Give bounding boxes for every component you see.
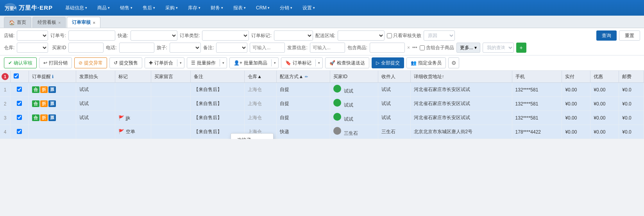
dropdown-item-change-express[interactable]: 改快递 — [231, 134, 273, 139]
warehouse-1: 上海仓 — [245, 83, 277, 97]
avatar-4 — [333, 127, 341, 135]
postage-2: ¥0.0 — [619, 97, 644, 111]
submit-all-btn[interactable]: ▷ 全部提交 — [372, 57, 404, 68]
row-num: 1 — [0, 83, 11, 97]
badge-he-1: 合 — [32, 86, 39, 93]
header-mark: 标记 — [115, 71, 151, 83]
nav-finance[interactable]: 财务▾ — [206, 2, 228, 14]
nav-purchase[interactable]: 采购▾ — [161, 2, 182, 14]
order-no-input[interactable] — [68, 30, 115, 41]
bulk-operation-split-btn[interactable]: ☰ 批量操作 ▾ — [187, 57, 227, 68]
buyer-id-label: 买家ID — [52, 45, 66, 51]
buyer-msg-2 — [151, 97, 191, 111]
order-discount-arrow[interactable]: ▾ — [177, 59, 184, 66]
submit-presale-btn[interactable]: ↺ 提交预售 — [109, 57, 142, 68]
shop-select[interactable] — [17, 30, 48, 41]
submit-exception-btn[interactable]: ⊘ 提交异常 — [74, 57, 107, 68]
invoice-input[interactable] — [310, 43, 345, 53]
row-checkbox-4[interactable] — [17, 129, 22, 134]
order-mark-split-btn[interactable]: 🔖 订单标记 ▾ — [281, 57, 323, 68]
buyer-msg-3 — [151, 111, 191, 125]
phone-4: 178****4422 — [512, 125, 562, 139]
nav-crm[interactable]: CRM▾ — [251, 3, 274, 13]
row-checkbox-2[interactable] — [17, 101, 22, 106]
mark-1 — [115, 83, 151, 97]
header-invoice-title: 发票抬头 — [76, 71, 115, 83]
buyer-id-input[interactable] — [68, 43, 104, 53]
bulk-add-goods-split-btn[interactable]: 👤+ 批量加商品 ▾ — [229, 57, 279, 68]
nav-menu: 基础信息▾ 商品▾ 销售▾ 售后▾ 采购▾ 库存▾ 财务▾ 报表▾ CRM▾ 分… — [61, 2, 640, 14]
invoice-2: 试试 — [76, 97, 115, 111]
confirm-review-btn[interactable]: ✔ 确认审核 — [4, 57, 37, 68]
row-num: 3 — [0, 111, 11, 125]
header-buyer-msg: 买家留言 — [151, 71, 191, 83]
tab-dashboard[interactable]: 经营看板 × — [32, 17, 66, 28]
tab-order-review-close[interactable]: × — [93, 20, 95, 25]
tab-dashboard-close[interactable]: × — [58, 20, 61, 25]
express-select[interactable] — [131, 30, 177, 41]
header-checkbox — [11, 71, 29, 83]
query-button[interactable]: 查询 — [596, 30, 617, 41]
address-3: 河北省石家庄市长安区试试 — [410, 111, 512, 125]
badge-piao-1: 票 — [48, 86, 56, 93]
header-phone: 手机 — [512, 71, 562, 83]
only-fail-checkbox-label[interactable]: 只看审核失败 — [387, 32, 421, 39]
row-num: 4 — [0, 125, 11, 139]
nav-base-info[interactable]: 基础信息▾ — [61, 2, 92, 14]
more-filter-btn[interactable]: 更多... ▾ — [456, 43, 480, 53]
select-all-checkbox[interactable] — [14, 73, 19, 79]
include-combo-checkbox[interactable] — [420, 45, 425, 50]
nav-report[interactable]: 报表▾ — [229, 2, 250, 14]
discount-4: ¥0.00 — [590, 125, 619, 139]
header-order-reminder: 订单提醒 ℹ — [29, 71, 76, 83]
include-goods-input[interactable] — [370, 43, 405, 53]
nav-goods[interactable]: 商品▾ — [93, 2, 114, 14]
order-type-label: 订单类型: — [180, 32, 200, 39]
buyer-id-2: 试试 — [330, 97, 378, 111]
add-query-btn[interactable]: + — [516, 43, 526, 53]
include-goods-clear[interactable]: × — [407, 45, 410, 50]
tab-order-review[interactable]: 订单审核 × — [67, 17, 100, 28]
delivery-2: 自提 — [277, 97, 330, 111]
order-mark-arrow[interactable]: ▾ — [315, 59, 322, 66]
nav-aftersale[interactable]: 售后▾ — [138, 2, 160, 14]
delivery-area-select[interactable] — [338, 30, 385, 41]
table-row: 3 合 折 票 试试 🚩 jjk 【来自售后】 上海仓 自提 — [0, 111, 644, 125]
warehouse-select[interactable] — [17, 43, 48, 53]
badge-container-2: 合 折 票 — [32, 100, 73, 107]
flag-select[interactable] — [170, 43, 201, 53]
tab-home[interactable]: 🏠 首页 — [4, 17, 31, 28]
nav-distribution[interactable]: 分销▾ — [275, 2, 297, 14]
bulk-operation-arrow[interactable]: ▾ — [220, 59, 227, 66]
note-input[interactable] — [250, 43, 285, 53]
order-type-select[interactable] — [202, 30, 249, 41]
check-express-btn[interactable]: 🚀 检查快递送达 — [325, 57, 369, 68]
invoice-4 — [76, 125, 115, 139]
header-buyer-id: 买家ID — [330, 71, 378, 83]
row-checkbox-1[interactable] — [17, 87, 22, 92]
include-combo-label[interactable]: 含组合子商品 — [420, 45, 454, 51]
fail-filter-select[interactable]: 原因 — [424, 30, 455, 41]
only-fail-checkbox[interactable] — [387, 33, 392, 38]
header-delivery: 配送方式▲ ✏ — [277, 71, 330, 83]
note-type-select[interactable] — [216, 43, 247, 53]
bulk-add-arrow[interactable]: ▾ — [271, 59, 278, 66]
my-query-select[interactable]: 我的查询 — [483, 43, 514, 53]
reset-button[interactable]: 重置 — [619, 30, 640, 41]
order-mark-label: 订单标记: — [251, 32, 271, 39]
split-btn[interactable]: ↩ 打回分销 — [39, 57, 72, 68]
discount-1: ¥0.00 — [590, 83, 619, 97]
nav-settings[interactable]: 设置▾ — [298, 2, 320, 14]
settings-gear-btn[interactable]: ⚙ — [448, 57, 459, 68]
delivery-4: 快递 — [277, 125, 330, 139]
assign-staff-btn[interactable]: 👥 指定业务员 — [406, 57, 446, 68]
nav-inventory[interactable]: 库存▾ — [183, 2, 205, 14]
phone-input[interactable] — [119, 43, 154, 53]
nav-sales[interactable]: 销售▾ — [115, 2, 137, 14]
order-discount-split-btn[interactable]: ✚ 订单折合 ▾ — [145, 57, 184, 68]
discount-2: ¥0.00 — [590, 97, 619, 111]
row-checkbox-3[interactable] — [17, 115, 22, 120]
order-mark-select[interactable] — [274, 30, 313, 41]
badge-container-3: 合 折 票 — [32, 114, 73, 121]
mark-3: 🚩 jjk — [115, 111, 151, 125]
